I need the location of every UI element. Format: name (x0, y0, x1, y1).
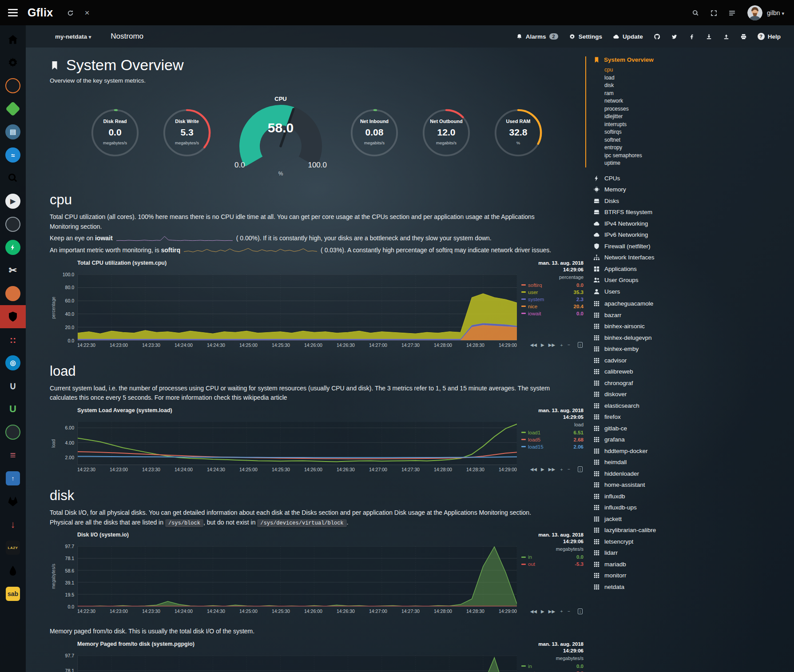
github-icon[interactable] (654, 33, 660, 40)
chart-resize-handle[interactable]: ↕ (578, 608, 583, 614)
facebook-icon[interactable] (688, 33, 695, 40)
nav-app-apacheguacamole[interactable]: apacheguacamole (593, 298, 705, 310)
nav-app-grafana[interactable]: grafana (593, 434, 705, 445)
server-menu[interactable]: my-netdata ▾ (55, 33, 91, 40)
nav-app-mariadb[interactable]: mariadb (593, 559, 705, 570)
import-icon[interactable] (706, 33, 712, 40)
nav-section-btrfs-filesystem[interactable]: BTRFS filesystem (593, 207, 705, 218)
sidebar-app-nextcloud[interactable]: ◎ (0, 351, 26, 374)
nav-app-influxdb[interactable]: influxdb (593, 491, 705, 502)
nav-section-user-groups[interactable]: User Groups (593, 274, 705, 286)
alarms-button[interactable]: Alarms2 (516, 33, 558, 40)
chart-play-button[interactable]: ▶ (541, 609, 544, 614)
sidebar-app-deluge[interactable] (0, 559, 26, 582)
nav-app-chronograf[interactable]: chronograf (593, 378, 705, 389)
sidebar-app-app-lines[interactable]: ≡ (0, 444, 26, 467)
chart-pan-right-button[interactable]: ▶▶ (548, 609, 555, 614)
menu-icon[interactable] (8, 7, 18, 18)
nav-app-calibreweb[interactable]: calibreweb (593, 366, 705, 378)
nav-section-memory[interactable]: Memory (593, 184, 705, 195)
nav-sub-interrupts[interactable]: interrupts (604, 121, 705, 129)
legend-item-load5[interactable]: load5 2.68 (521, 436, 584, 443)
sidebar-app-settings[interactable] (0, 51, 26, 74)
chart-plot-area[interactable] (77, 546, 517, 607)
nav-app-letsencrypt[interactable]: letsencrypt (593, 536, 705, 548)
chart-zoom-in-button[interactable]: ＋ (559, 608, 564, 614)
legend-item-in[interactable]: in 0.0 (521, 663, 584, 670)
sidebar-app-app-dark-ring[interactable] (0, 213, 26, 236)
legend-item-out[interactable]: out -5.3 (521, 561, 584, 568)
sidebar-app-gitea[interactable] (0, 282, 26, 305)
sidebar-app-app-upload-tile[interactable]: ↑ (0, 467, 26, 490)
nav-sub-softirqs[interactable]: softirqs (604, 128, 705, 136)
nav-app-firefox[interactable]: firefox (593, 411, 705, 423)
sidebar-app-home[interactable] (0, 28, 26, 51)
chart-plot-area[interactable] (77, 656, 517, 672)
avatar[interactable] (747, 5, 762, 20)
legend-item-in[interactable]: in 0.0 (521, 553, 584, 561)
nav-app-home-assistant[interactable]: home-assistant (593, 479, 705, 491)
nav-section-network-interfaces[interactable]: Network Interfaces (593, 252, 705, 263)
nav-app-lidarr[interactable]: lidarr (593, 547, 705, 559)
sidebar-app-plex[interactable]: ▶ (0, 190, 26, 213)
nav-section-cpus[interactable]: CPUs (593, 173, 705, 184)
legend-item-user[interactable]: user 35.3 (521, 289, 584, 296)
twitter-icon[interactable] (671, 33, 678, 40)
print-icon[interactable] (740, 33, 747, 40)
nav-sub-network[interactable]: network (604, 97, 705, 105)
sidebar-app-gitlab[interactable] (0, 490, 26, 513)
chart-zoom-out-button[interactable]: − (568, 467, 570, 472)
nav-app-lazylibrarian-calibre[interactable]: lazylibrarian-calibre (593, 525, 705, 536)
nav-app-jackett[interactable]: jackett (593, 513, 705, 525)
help-button[interactable]: ?Help (758, 33, 781, 40)
sidebar-app-app-dots[interactable]: :: (0, 328, 26, 351)
nav-sub-ipc-semaphores[interactable]: ipc semaphores (604, 152, 705, 160)
nav-sub-cpu[interactable]: cpu (604, 66, 705, 74)
search-icon[interactable] (692, 8, 699, 17)
legend-item-softirq[interactable]: softirq 0.0 (521, 282, 584, 289)
nav-app-elasticsearch[interactable]: elasticsearch (593, 400, 705, 412)
user-menu[interactable]: gilbn ▾ (767, 9, 784, 16)
legend-item-load15[interactable]: load15 2.06 (521, 443, 584, 450)
nav-sub-disk[interactable]: disk (604, 82, 705, 90)
sidebar-app-app-horseshoe[interactable]: ∪ (0, 374, 26, 398)
sidebar-app-couchpotato[interactable]: ✂ (0, 259, 26, 282)
chart-pan-right-button[interactable]: ▶▶ (548, 342, 555, 347)
nav-sub-load[interactable]: load (604, 74, 705, 82)
settings-button[interactable]: Settings (569, 33, 602, 40)
chart-pan-left-button[interactable]: ◀◀ (530, 609, 537, 614)
sidebar-app-lazylibrarian[interactable]: LAZY (0, 536, 26, 559)
nav-app-influxdb-ups[interactable]: influxdb-ups (593, 502, 705, 513)
export-icon[interactable] (723, 33, 730, 40)
nav-section-users[interactable]: Users (593, 286, 705, 298)
nav-app-binhex-emby[interactable]: binhex-emby (593, 343, 705, 355)
legend-item-system[interactable]: system 2.3 (521, 296, 584, 303)
sidebar-app-app-green-bolt[interactable] (0, 236, 26, 259)
chart-zoom-in-button[interactable]: ＋ (559, 342, 564, 348)
nav-section-ipv6-networking[interactable]: IPv6 Networking (593, 229, 705, 241)
nav-app-binhex-airsonic[interactable]: binhex-airsonic (593, 321, 705, 332)
sidebar-app-airsonic[interactable]: ≈ (0, 143, 26, 167)
nav-section-disks[interactable]: Disks (593, 195, 705, 207)
nav-system-overview[interactable]: System Overview (593, 56, 705, 63)
chart-pan-left-button[interactable]: ◀◀ (530, 467, 537, 472)
chart-plot-area[interactable] (77, 422, 517, 465)
nav-app-gitlab-ce[interactable]: gitlab-ce (593, 423, 705, 434)
nav-sub-entropy[interactable]: entropy (604, 144, 705, 152)
chart-plot-area[interactable] (77, 274, 517, 341)
refresh-icon[interactable] (67, 8, 74, 17)
chart-zoom-out-button[interactable]: − (568, 609, 570, 614)
nav-app-bazarr[interactable]: bazarr (593, 310, 705, 321)
sidebar-app-sabnzbd[interactable]: sab (0, 582, 26, 605)
sidebar-app-app-green-ring[interactable] (0, 421, 26, 444)
nav-app-cadvisor[interactable]: cadvisor (593, 355, 705, 366)
legend-item-nice[interactable]: nice 20.4 (521, 303, 584, 310)
update-button[interactable]: Update (613, 33, 643, 40)
fullscreen-icon[interactable] (710, 8, 718, 17)
sidebar-app-tautulli[interactable] (0, 74, 26, 97)
nav-app-heimdall[interactable]: heimdall (593, 457, 705, 468)
nav-app-hiddenloader[interactable]: hiddenloader (593, 468, 705, 480)
nav-app-diskover[interactable]: diskover (593, 389, 705, 400)
chart-pan-left-button[interactable]: ◀◀ (530, 342, 537, 347)
close-tab-icon[interactable]: × (85, 8, 90, 17)
